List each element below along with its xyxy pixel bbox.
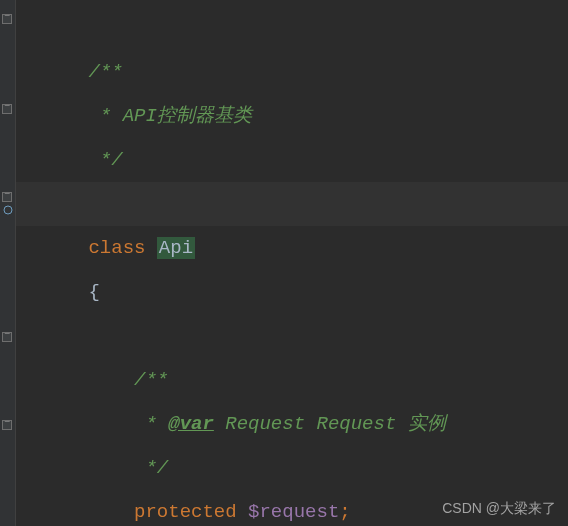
keyword-protected: protected xyxy=(134,501,237,523)
code-line: */ xyxy=(16,402,568,446)
code-editor: /** * API控制器基类 */ 24 继承者 class Api { /**… xyxy=(0,0,568,526)
code-line: protected $request; xyxy=(16,446,568,490)
code-line: /** xyxy=(16,6,568,50)
fold-icon[interactable] xyxy=(2,420,12,430)
code-content[interactable]: /** * API控制器基类 */ 24 继承者 class Api { /**… xyxy=(16,0,568,526)
editor-gutter xyxy=(0,0,16,526)
code-line: * @var Request Request 实例 xyxy=(16,358,568,402)
code-line: */ xyxy=(16,94,568,138)
code-line: { xyxy=(16,226,568,270)
watermark-text: CSDN @大梁来了 xyxy=(442,500,556,518)
fold-icon[interactable] xyxy=(2,104,12,114)
semicolon: ; xyxy=(339,501,350,523)
fold-icon[interactable] xyxy=(2,192,12,202)
fold-icon[interactable] xyxy=(2,14,12,24)
variable-name: $request xyxy=(248,501,339,523)
inheritor-hint[interactable]: 24 继承者 xyxy=(16,138,568,182)
gutter-marker[interactable] xyxy=(2,204,14,216)
code-line: * API控制器基类 xyxy=(16,50,568,94)
fold-icon[interactable] xyxy=(2,332,12,342)
code-line-active: class Api xyxy=(16,182,568,226)
svg-point-0 xyxy=(4,206,12,214)
code-line-empty xyxy=(16,270,568,314)
code-line: /** xyxy=(16,314,568,358)
